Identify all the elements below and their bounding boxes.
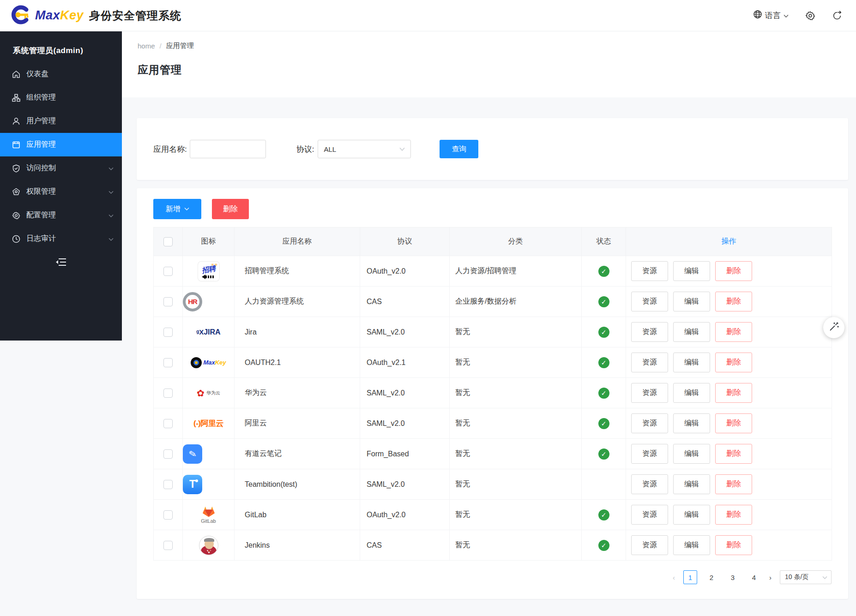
app-name-cell: 有道云笔记 — [235, 439, 360, 469]
resource-button[interactable]: 资源 — [631, 292, 668, 311]
edit-button[interactable]: 编辑 — [673, 383, 710, 403]
edit-button[interactable]: 编辑 — [673, 353, 710, 372]
resource-button[interactable]: 资源 — [631, 413, 668, 433]
jenkins-app-icon — [199, 541, 218, 549]
category-cell: 人力资源/招聘管理 — [450, 256, 582, 287]
delete-row-button[interactable]: 删除 — [715, 292, 752, 311]
status-enabled-badge: ✓ — [598, 540, 609, 551]
next-page-icon[interactable]: › — [769, 574, 772, 581]
sidebar-item-permission[interactable]: 权限管理 — [0, 180, 122, 203]
resource-button[interactable]: 资源 — [631, 444, 668, 464]
table-row: ✿华为云华为云SAML_v2.0暂无✓资源编辑删除 — [154, 378, 832, 408]
status-cell: ✓ — [582, 287, 626, 317]
row-checkbox[interactable] — [163, 267, 173, 276]
app-name-cell: Teambition(test) — [235, 469, 360, 500]
row-actions: 资源编辑删除 — [626, 413, 832, 433]
resource-button[interactable]: 资源 — [631, 505, 668, 525]
user-icon — [12, 117, 20, 126]
status-enabled-badge: ✓ — [598, 357, 609, 368]
row-actions: 资源编辑删除 — [626, 261, 832, 281]
sidebar-item-shield[interactable]: 访问控制 — [0, 156, 122, 180]
youdao-app-icon: ✎ — [183, 444, 234, 464]
row-checkbox[interactable] — [163, 449, 173, 459]
protocol-select[interactable]: ALL — [318, 140, 411, 158]
category-cell: 暂无 — [450, 500, 582, 530]
menu-fold-icon[interactable] — [55, 257, 67, 267]
page-number-4[interactable]: 4 — [747, 570, 761, 584]
page-number-3[interactable]: 3 — [726, 570, 740, 584]
resource-button[interactable]: 资源 — [631, 261, 668, 281]
sidebar-item-audit[interactable]: 日志审计 — [0, 227, 122, 251]
app-title: 身份安全管理系统 — [89, 8, 181, 23]
jira-app-icon: ᶢXJIRA — [196, 328, 220, 335]
edit-button[interactable]: 编辑 — [673, 413, 710, 433]
edit-button[interactable]: 编辑 — [673, 322, 710, 342]
language-switcher[interactable]: 语言 — [753, 10, 789, 21]
category-cell: 暂无 — [450, 439, 582, 469]
page-number-2[interactable]: 2 — [705, 570, 718, 584]
row-checkbox[interactable] — [163, 419, 173, 428]
edit-button[interactable]: 编辑 — [673, 535, 710, 555]
globe-icon — [753, 10, 762, 21]
row-checkbox[interactable] — [163, 328, 173, 337]
row-checkbox[interactable] — [163, 389, 173, 398]
magic-wand-fab-button[interactable] — [823, 317, 844, 338]
bulk-delete-button[interactable]: 删除 — [212, 199, 249, 219]
settings-gear-icon[interactable] — [805, 11, 815, 21]
sidebar-item-org[interactable]: 组织管理 — [0, 86, 122, 109]
edit-button[interactable]: 编辑 — [673, 505, 710, 525]
prev-page-icon[interactable]: ‹ — [673, 574, 675, 581]
delete-row-button[interactable]: 删除 — [715, 261, 752, 281]
row-checkbox[interactable] — [163, 297, 173, 306]
app-name-cell: GitLab — [235, 500, 360, 530]
resource-button[interactable]: 资源 — [631, 353, 668, 372]
edit-button[interactable]: 编辑 — [673, 474, 710, 494]
delete-row-button[interactable]: 删除 — [715, 353, 752, 372]
resource-button[interactable]: 资源 — [631, 383, 668, 403]
app-list-panel: 新增 删除 图标 应用名称 协议 分类 状态 操作 ✳✳招聘招聘管理系统OAut… — [137, 188, 848, 599]
row-checkbox[interactable] — [163, 358, 173, 367]
breadcrumb-home-link[interactable]: home — [138, 42, 155, 50]
app-name-cell: OAUTH2.1 — [235, 347, 360, 378]
query-button[interactable]: 查询 — [440, 140, 478, 158]
edit-button[interactable]: 编辑 — [673, 444, 710, 464]
row-actions: 资源编辑删除 — [626, 322, 832, 342]
delete-row-button[interactable]: 删除 — [715, 535, 752, 555]
edit-button[interactable]: 编辑 — [673, 292, 710, 311]
sidebar-item-label: 访问控制 — [26, 163, 109, 173]
sidebar-item-dashboard[interactable]: 仪表盘 — [0, 62, 122, 86]
chevron-down-icon — [109, 235, 114, 243]
delete-row-button[interactable]: 删除 — [715, 383, 752, 403]
sidebar-item-apps[interactable]: 应用管理 — [0, 133, 122, 156]
brand-name: MaxKey — [35, 8, 84, 23]
resource-button[interactable]: 资源 — [631, 535, 668, 555]
edit-button[interactable]: 编辑 — [673, 261, 710, 281]
delete-row-button[interactable]: 删除 — [715, 444, 752, 464]
resource-button[interactable]: 资源 — [631, 322, 668, 342]
select-all-checkbox[interactable] — [163, 237, 173, 246]
resource-button[interactable]: 资源 — [631, 474, 668, 494]
huaweicloud-app-icon: ✿华为云 — [183, 389, 234, 398]
delete-row-button[interactable]: 删除 — [715, 413, 752, 433]
sidebar-item-config[interactable]: 配置管理 — [0, 203, 122, 227]
row-checkbox[interactable] — [163, 480, 173, 489]
app-name-input[interactable] — [190, 140, 266, 158]
delete-row-button[interactable]: 删除 — [715, 322, 752, 342]
dashboard-icon — [12, 70, 20, 78]
pagination: ‹ 1234 › 10 条/页 — [153, 570, 832, 585]
row-checkbox[interactable] — [163, 510, 173, 520]
maxkey-logo-icon — [10, 4, 31, 27]
row-checkbox[interactable] — [163, 541, 173, 550]
page-header-band: home / 应用管理 应用管理 — [122, 31, 856, 97]
add-button[interactable]: 新增 — [153, 199, 201, 219]
table-row: TTeambition(test)SAML_v2.0暂无资源编辑删除 — [154, 469, 832, 500]
logout-icon[interactable] — [832, 11, 842, 21]
row-actions: 资源编辑删除 — [626, 474, 832, 494]
page-size-select[interactable]: 10 条/页 — [780, 570, 832, 584]
protocol-cell: SAML_v2.0 — [360, 469, 450, 500]
app-name-cell: 阿里云 — [235, 408, 360, 439]
delete-row-button[interactable]: 删除 — [715, 505, 752, 525]
sidebar-item-user[interactable]: 用户管理 — [0, 109, 122, 133]
delete-row-button[interactable]: 删除 — [715, 474, 752, 494]
page-number-1[interactable]: 1 — [683, 570, 697, 584]
